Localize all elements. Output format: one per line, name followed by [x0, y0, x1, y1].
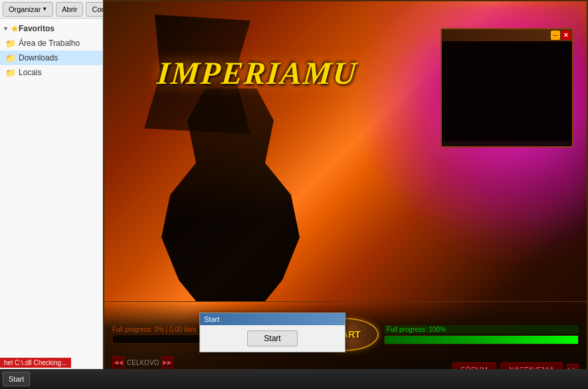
nav-prev-arrow[interactable]: ◀◀ [112, 356, 124, 368]
sidebar: ▼ ★ Favoritos 📁 Área de Trabalho 📁 Downl… [0, 19, 103, 389]
right-progress-area: Full progress: 100% [384, 325, 579, 344]
close-button[interactable]: ✕ [561, 31, 571, 40]
organize-button[interactable]: Organizar ▼ [3, 2, 53, 17]
progress-section: Full progress: 0% | 0.00 kb/s START [112, 318, 579, 351]
game-title: IMPERIAMU [156, 55, 359, 91]
sidebar-item-downloads[interactable]: 📁 Downloads [0, 51, 102, 65]
celkovo-label: CELKOVO [127, 359, 159, 366]
dialog-content: Start [200, 325, 345, 352]
taskbar: Start [0, 369, 588, 389]
favorites-group[interactable]: ▼ ★ Favoritos [0, 21, 102, 36]
dialog-titlebar: Start [200, 313, 345, 325]
recent-folder-icon: 📁 [5, 67, 16, 78]
open-button[interactable]: Abrir [56, 2, 83, 17]
downloads-folder-icon: 📁 [5, 53, 16, 63]
expand-arrow: ▼ [3, 25, 9, 32]
mini-window-content [442, 41, 572, 141]
progress-bar-right-container [384, 335, 579, 344]
desktop-label: Área de Trabalho [19, 39, 80, 48]
dialog-start-label: Start [264, 334, 280, 343]
sidebar-item-recent[interactable]: 📁 Locais [0, 65, 102, 80]
star-icon: ★ [11, 24, 19, 34]
dialog-title: Start [204, 315, 219, 323]
folder-icon: 📁 [5, 38, 16, 49]
progress-right-text: Full progress: 100% [387, 326, 446, 333]
downloads-label: Downloads [19, 53, 58, 63]
game-title-text: IMPERIAMU [156, 55, 359, 90]
taskbar-start-label: Start [9, 375, 24, 383]
open-label: Abrir [62, 5, 77, 13]
favorites-label: Favoritos [19, 24, 54, 33]
celkovo-row: ◀◀ CELKOVO ▶▶ [112, 356, 379, 368]
recent-label: Locais [19, 68, 42, 77]
progress-right-label: Full progress: 100% [384, 325, 579, 334]
taskbar-start-button[interactable]: Start [3, 372, 30, 386]
launcher-dialog: Start Start [199, 313, 345, 352]
dialog-start-button[interactable]: Start [247, 330, 297, 346]
organize-arrow: ▼ [42, 6, 47, 12]
mini-window: ─ ✕ [441, 28, 573, 148]
game-background: IMPERIAMU ─ ✕ [104, 1, 587, 388]
mini-window-titlebar: ─ ✕ [442, 29, 572, 41]
sidebar-item-desktop[interactable]: 📁 Área de Trabalho [0, 36, 102, 51]
minimize-button[interactable]: ─ [551, 31, 560, 40]
organize-label: Organizar [9, 5, 41, 13]
game-window: IMPERIAMU ─ ✕ [103, 0, 588, 389]
progress-bar-right-fill [385, 336, 578, 344]
progress-left-text: Full progress: 0% | 0.00 kb/s [112, 326, 197, 333]
nav-next-arrow[interactable]: ▶▶ [161, 356, 173, 368]
